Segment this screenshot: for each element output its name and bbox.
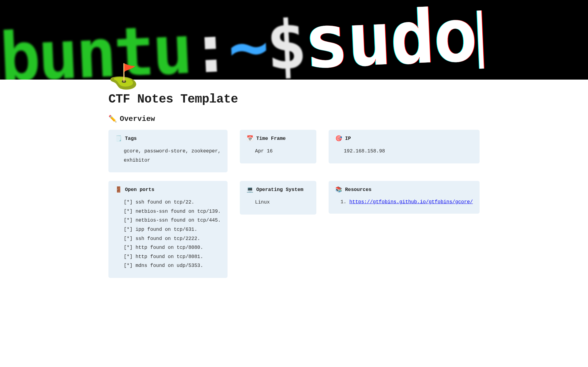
page-title[interactable]: CTF Notes Template bbox=[108, 92, 480, 106]
calendar-icon: 📅 bbox=[247, 136, 253, 141]
card-ports[interactable]: 🚪 Open ports [*] ssh found on tcp/22. [*… bbox=[108, 181, 228, 278]
page-icon[interactable]: ⛳ bbox=[108, 66, 480, 90]
overview-label: Overview bbox=[120, 115, 155, 123]
card-resources-title: Resources bbox=[345, 187, 371, 193]
card-ip-value[interactable]: 192.168.158.98 bbox=[335, 147, 473, 156]
card-resources[interactable]: 📚 Resources https://gtfobins.github.io/g… bbox=[329, 181, 480, 214]
resource-link[interactable]: https://gtfobins.github.io/gtfobins/gcor… bbox=[349, 199, 473, 205]
resource-item: https://gtfobins.github.io/gtfobins/gcor… bbox=[349, 198, 473, 206]
page-content: ⛳ CTF Notes Template ✏️ Overview 🗒️ Tags… bbox=[108, 66, 480, 296]
card-timeframe-title: Time Frame bbox=[256, 136, 286, 141]
card-os-title: Operating System bbox=[256, 187, 303, 193]
card-timeframe[interactable]: 📅 Time Frame Apr 16 bbox=[240, 130, 316, 163]
card-ip[interactable]: 🎯 IP 192.168.158.98 bbox=[329, 130, 480, 163]
card-timeframe-value[interactable]: Apr 16 bbox=[247, 147, 310, 156]
target-icon: 🎯 bbox=[335, 136, 342, 141]
laptop-icon: 💻 bbox=[247, 187, 253, 193]
card-ports-title: Open ports bbox=[125, 187, 154, 193]
card-resources-list: https://gtfobins.github.io/gtfobins/gcor… bbox=[335, 198, 473, 206]
notepad-icon: 🗒️ bbox=[115, 136, 122, 141]
card-os[interactable]: 💻 Operating System Linux bbox=[240, 181, 316, 215]
card-tags[interactable]: 🗒️ Tags gcore, password-store, zookeeper… bbox=[108, 130, 228, 172]
cover-cursor bbox=[477, 10, 484, 69]
card-tags-value[interactable]: gcore, password-store, zookeeper, exhibi… bbox=[115, 147, 221, 165]
door-icon: 🚪 bbox=[115, 187, 122, 193]
pencil-icon: ✏️ bbox=[108, 115, 117, 123]
card-tags-title: Tags bbox=[125, 136, 137, 141]
card-os-value[interactable]: Linux bbox=[247, 198, 310, 207]
overview-heading[interactable]: ✏️ Overview bbox=[108, 115, 480, 123]
card-ports-value[interactable]: [*] ssh found on tcp/22. [*] netbios-ssn… bbox=[115, 198, 221, 271]
card-ip-title: IP bbox=[345, 136, 351, 141]
books-icon: 📚 bbox=[335, 187, 342, 193]
